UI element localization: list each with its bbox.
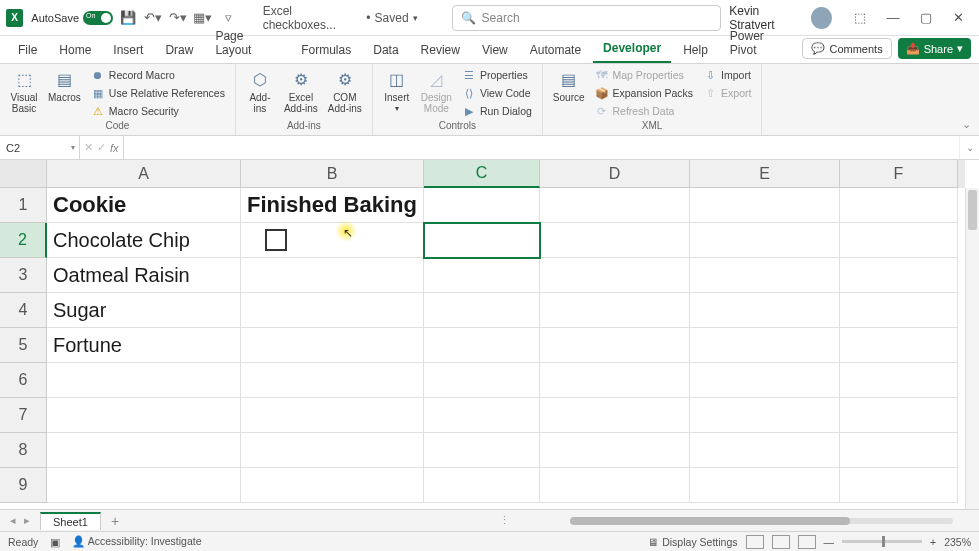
row-header-5[interactable]: 5: [0, 328, 47, 363]
cell-D1[interactable]: [540, 188, 690, 223]
cell-F2[interactable]: [840, 223, 958, 258]
cell-E2[interactable]: [690, 223, 840, 258]
visual-basic-button[interactable]: ⬚Visual Basic: [6, 66, 42, 114]
zoom-level[interactable]: 235%: [944, 536, 971, 548]
tab-automate[interactable]: Automate: [520, 39, 591, 63]
zoom-in-icon[interactable]: +: [930, 536, 936, 548]
source-button[interactable]: ▤Source: [549, 66, 589, 103]
cell-B3[interactable]: [241, 258, 424, 293]
cell-A9[interactable]: [47, 468, 241, 503]
formula-input[interactable]: [124, 136, 959, 159]
tab-home[interactable]: Home: [49, 39, 101, 63]
tab-draw[interactable]: Draw: [155, 39, 203, 63]
cell-B5[interactable]: [241, 328, 424, 363]
macro-security-button[interactable]: ⚠Macro Security: [87, 102, 229, 120]
cell-B7[interactable]: [241, 398, 424, 433]
hsplit-icon[interactable]: ⋮: [499, 514, 510, 527]
cell-E8[interactable]: [690, 433, 840, 468]
expand-formula-bar-icon[interactable]: ⌄: [959, 136, 979, 159]
run-dialog-button[interactable]: ▶Run Dialog: [458, 102, 536, 120]
tab-help[interactable]: Help: [673, 39, 718, 63]
toggle-on-icon[interactable]: [83, 11, 113, 25]
cell-D8[interactable]: [540, 433, 690, 468]
import-button[interactable]: ⇩Import: [699, 66, 755, 84]
cell-E9[interactable]: [690, 468, 840, 503]
cell-A5[interactable]: Fortune: [47, 328, 241, 363]
cell-E3[interactable]: [690, 258, 840, 293]
cell-F7[interactable]: [840, 398, 958, 433]
ribbon-display-icon[interactable]: ⬚: [846, 3, 875, 33]
cancel-formula-icon[interactable]: ✕: [84, 141, 93, 154]
sheet-tab-1[interactable]: Sheet1: [40, 512, 101, 530]
cell-B2[interactable]: [241, 223, 424, 258]
tab-page-layout[interactable]: Page Layout: [205, 25, 289, 63]
col-header-D[interactable]: D: [540, 160, 690, 188]
row-header-7[interactable]: 7: [0, 398, 47, 433]
redo-icon[interactable]: ↷▾: [167, 7, 188, 29]
cell-B4[interactable]: [241, 293, 424, 328]
cell-B9[interactable]: [241, 468, 424, 503]
cell-C5[interactable]: [424, 328, 540, 363]
cell-C8[interactable]: [424, 433, 540, 468]
cell-C4[interactable]: [424, 293, 540, 328]
tab-insert[interactable]: Insert: [103, 39, 153, 63]
cell-A8[interactable]: [47, 433, 241, 468]
page-break-view-icon[interactable]: [798, 535, 816, 549]
tab-review[interactable]: Review: [411, 39, 470, 63]
save-icon[interactable]: 💾: [117, 7, 138, 29]
tab-view[interactable]: View: [472, 39, 518, 63]
sheet-nav-prev-icon[interactable]: ◂: [6, 514, 20, 527]
cell-F8[interactable]: [840, 433, 958, 468]
add-sheet-button[interactable]: +: [111, 513, 119, 529]
cell-D4[interactable]: [540, 293, 690, 328]
cell-E5[interactable]: [690, 328, 840, 363]
row-header-3[interactable]: 3: [0, 258, 47, 293]
close-icon[interactable]: ✕: [944, 3, 973, 33]
cell-E6[interactable]: [690, 363, 840, 398]
select-all-corner[interactable]: [0, 160, 47, 188]
row-header-9[interactable]: 9: [0, 468, 47, 503]
col-header-B[interactable]: B: [241, 160, 424, 188]
cells-area[interactable]: ↖ CookieFinished BakingChocolate ChipOat…: [47, 188, 965, 509]
export-button[interactable]: ⇧Export: [699, 84, 755, 102]
hscroll-thumb[interactable]: [570, 517, 850, 525]
cell-F3[interactable]: [840, 258, 958, 293]
checkbox-control[interactable]: [265, 229, 287, 251]
autosave-toggle[interactable]: AutoSave: [31, 11, 113, 25]
col-header-C[interactable]: C: [424, 160, 540, 188]
cell-A4[interactable]: Sugar: [47, 293, 241, 328]
page-layout-view-icon[interactable]: [772, 535, 790, 549]
tab-file[interactable]: File: [8, 39, 47, 63]
cell-D2[interactable]: [540, 223, 690, 258]
row-header-4[interactable]: 4: [0, 293, 47, 328]
horizontal-scrollbar[interactable]: [570, 516, 953, 526]
name-box[interactable]: C2: [0, 136, 80, 159]
cell-D6[interactable]: [540, 363, 690, 398]
cell-A3[interactable]: Oatmeal Raisin: [47, 258, 241, 293]
macros-button[interactable]: ▤Macros: [44, 66, 85, 103]
tab-developer[interactable]: Developer: [593, 37, 671, 63]
row-header-8[interactable]: 8: [0, 433, 47, 468]
row-header-2[interactable]: 2: [0, 223, 47, 258]
vertical-scrollbar[interactable]: [965, 188, 979, 509]
row-header-6[interactable]: 6: [0, 363, 47, 398]
row-header-1[interactable]: 1: [0, 188, 47, 223]
use-relative-refs-button[interactable]: ▦Use Relative References: [87, 84, 229, 102]
cell-E4[interactable]: [690, 293, 840, 328]
cell-A2[interactable]: Chocolate Chip: [47, 223, 241, 258]
addins-button[interactable]: ⬡Add- ins: [242, 66, 278, 114]
share-button[interactable]: 📤 Share ▾: [898, 38, 971, 59]
cell-D9[interactable]: [540, 468, 690, 503]
cell-A6[interactable]: [47, 363, 241, 398]
cell-C3[interactable]: [424, 258, 540, 293]
enter-formula-icon[interactable]: ✓: [97, 141, 106, 154]
cell-F9[interactable]: [840, 468, 958, 503]
cell-C1[interactable]: [424, 188, 540, 223]
collapse-ribbon-icon[interactable]: ⌄: [962, 118, 971, 131]
record-macro-button[interactable]: ⏺Record Macro: [87, 66, 229, 84]
cell-D7[interactable]: [540, 398, 690, 433]
cell-F5[interactable]: [840, 328, 958, 363]
view-code-button[interactable]: ⟨⟩View Code: [458, 84, 536, 102]
cell-A7[interactable]: [47, 398, 241, 433]
cell-D3[interactable]: [540, 258, 690, 293]
